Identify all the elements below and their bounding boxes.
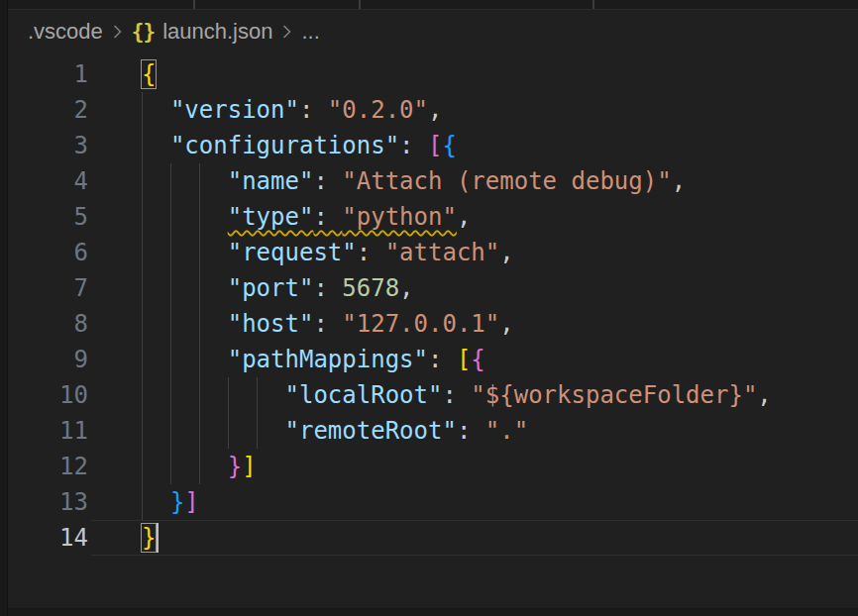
token-key[interactable]: "type"	[228, 203, 314, 231]
line-content[interactable]: "name": "Attach (remote debug)",	[142, 163, 686, 199]
token-ws[interactable]	[142, 417, 285, 445]
code-line-4[interactable]: 4 "name": "Attach (remote debug)",	[8, 163, 858, 199]
line-number[interactable]: 8	[8, 306, 88, 342]
token-b3[interactable]: {	[442, 132, 456, 159]
token-pun[interactable]: :	[313, 310, 342, 338]
code-line-7[interactable]: 7 "port": 5678,	[8, 270, 858, 306]
code-line-14[interactable]: 14}	[8, 520, 858, 556]
breadcrumb-folder[interactable]: .vscode	[28, 19, 103, 45]
line-number[interactable]: 6	[8, 235, 88, 270]
line-content[interactable]: "type": "python",	[142, 199, 471, 235]
token-pun[interactable]: :	[357, 239, 385, 266]
token-pun[interactable]: ,	[428, 96, 442, 124]
token-key[interactable]: "name"	[228, 167, 314, 195]
code-line-9[interactable]: 9 "pathMappings": [{	[8, 342, 858, 377]
token-b2[interactable]: {	[471, 346, 484, 373]
line-number[interactable]: 2	[8, 92, 88, 128]
token-pun[interactable]: :	[428, 346, 457, 373]
line-number[interactable]: 13	[8, 484, 88, 520]
tab-bar[interactable]	[8, 0, 858, 10]
token-str[interactable]: "attach"	[385, 239, 500, 266]
token-ws[interactable]	[142, 381, 285, 409]
code-lines[interactable]: 1{2 "version": "0.2.0",3 "configurations…	[8, 56, 858, 556]
line-number[interactable]: 3	[8, 128, 88, 163]
line-number[interactable]: 14	[8, 520, 88, 556]
code-line-11[interactable]: 11 "remoteRoot": "."	[8, 413, 858, 449]
token-key[interactable]: "request"	[228, 239, 357, 266]
token-key[interactable]: "port"	[228, 274, 314, 302]
token-b2[interactable]: ]	[184, 488, 198, 516]
token-key[interactable]: "localRoot"	[285, 381, 443, 409]
token-b2[interactable]: [	[428, 132, 442, 159]
token-num[interactable]: 5678	[342, 274, 399, 302]
token-pun[interactable]: :	[313, 167, 342, 195]
code-line-3[interactable]: 3 "configurations": [{	[8, 128, 858, 163]
token-b1-bracket-match[interactable]: }	[142, 524, 156, 552]
line-content[interactable]: }	[142, 520, 156, 556]
token-pun[interactable]: ,	[499, 239, 513, 266]
token-pun[interactable]: :	[442, 381, 471, 409]
line-content[interactable]: "host": "127.0.0.1",	[142, 306, 514, 342]
token-b3[interactable]: }	[170, 488, 184, 516]
code-line-12[interactable]: 12 }]	[8, 449, 858, 484]
token-pun[interactable]: :	[299, 96, 328, 124]
line-number[interactable]: 7	[8, 270, 88, 306]
code-line-8[interactable]: 8 "host": "127.0.0.1",	[8, 306, 858, 342]
line-content[interactable]: "remoteRoot": "."	[142, 413, 528, 449]
line-content[interactable]: }]	[142, 449, 257, 484]
line-content[interactable]: "port": 5678,	[142, 270, 414, 306]
token-str[interactable]: "."	[485, 417, 528, 445]
token-str[interactable]: "${workspaceFolder}"	[471, 381, 757, 409]
token-str[interactable]: "python"	[342, 203, 457, 231]
token-pun[interactable]: ,	[499, 310, 513, 338]
line-content[interactable]: "configurations": [{	[142, 128, 457, 163]
token-ws[interactable]	[142, 346, 228, 373]
token-ws[interactable]	[142, 203, 228, 231]
token-ws[interactable]	[142, 274, 228, 302]
line-content[interactable]: "version": "0.2.0",	[142, 92, 442, 128]
line-number[interactable]: 4	[8, 163, 88, 199]
token-b1[interactable]: ]	[242, 453, 256, 480]
token-pun[interactable]: ,	[757, 381, 771, 409]
token-ws[interactable]	[142, 132, 170, 159]
token-b1[interactable]: [	[457, 346, 471, 373]
code-line-5[interactable]: 5 "type": "python",	[8, 199, 858, 235]
token-pun[interactable]: :	[399, 132, 428, 159]
token-ws[interactable]	[142, 96, 170, 124]
token-b1-bracket-match[interactable]: {	[142, 60, 156, 88]
line-number[interactable]: 10	[8, 377, 88, 413]
code-line-2[interactable]: 2 "version": "0.2.0",	[8, 92, 858, 128]
token-pun[interactable]: :	[313, 274, 342, 302]
line-content[interactable]: "localRoot": "${workspaceFolder}",	[142, 377, 772, 413]
token-str[interactable]: "Attach (remote debug)"	[342, 167, 671, 195]
breadcrumb-more[interactable]: ...	[301, 19, 319, 45]
token-key[interactable]: "version"	[170, 96, 299, 124]
token-key[interactable]: "configurations"	[170, 132, 399, 159]
token-pun[interactable]: :	[313, 203, 342, 231]
line-content[interactable]: "request": "attach",	[142, 235, 514, 270]
code-line-10[interactable]: 10 "localRoot": "${workspaceFolder}",	[8, 377, 858, 413]
line-number[interactable]: 1	[8, 56, 88, 92]
line-number[interactable]: 5	[8, 199, 88, 235]
token-b2[interactable]: }	[228, 453, 242, 480]
line-number[interactable]: 11	[8, 413, 88, 449]
line-number[interactable]: 9	[8, 342, 88, 377]
code-line-13[interactable]: 13 }]	[8, 484, 858, 520]
line-number[interactable]: 12	[8, 449, 88, 484]
token-ws[interactable]	[142, 310, 228, 338]
line-content[interactable]: }]	[142, 484, 199, 520]
token-ws[interactable]	[142, 239, 228, 266]
line-content[interactable]: {	[142, 56, 156, 92]
token-ws[interactable]	[142, 167, 228, 195]
token-ws[interactable]	[142, 453, 228, 480]
token-pun[interactable]: ,	[672, 167, 686, 195]
token-str[interactable]: "0.2.0"	[328, 96, 428, 124]
code-line-1[interactable]: 1{	[8, 56, 858, 92]
breadcrumb-file[interactable]: launch.json	[162, 19, 272, 45]
token-key[interactable]: "remoteRoot"	[285, 417, 457, 445]
token-pun[interactable]: :	[457, 417, 485, 445]
line-content[interactable]: "pathMappings": [{	[142, 342, 485, 377]
token-pun[interactable]: ,	[457, 203, 471, 231]
token-str[interactable]: "127.0.0.1"	[342, 310, 499, 338]
token-ws[interactable]	[142, 488, 170, 516]
